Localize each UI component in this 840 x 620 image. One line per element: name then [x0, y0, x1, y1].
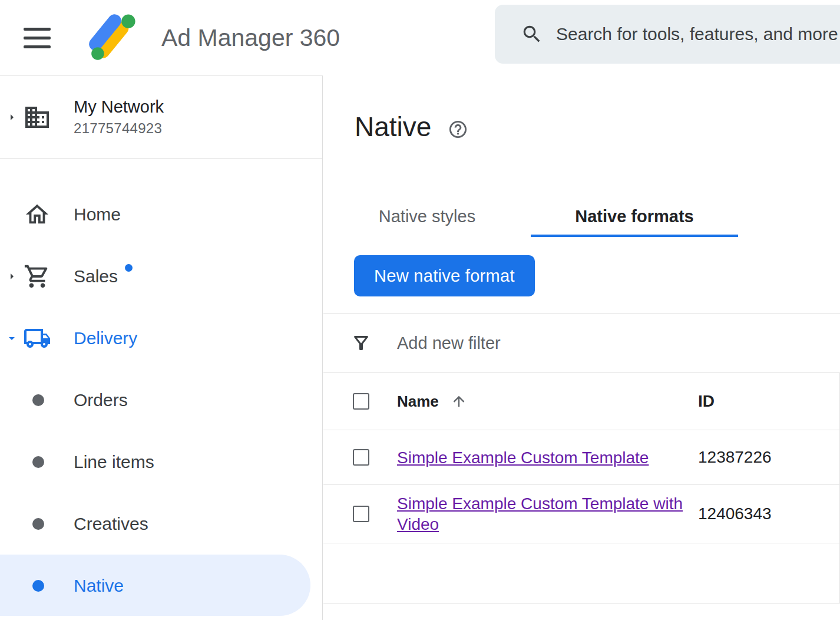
new-native-format-button[interactable]: New native format: [354, 255, 535, 296]
network-name: My Network: [74, 97, 164, 117]
select-all-checkbox[interactable]: [353, 393, 369, 410]
truck-icon: [22, 324, 52, 352]
network-id: 21775744923: [74, 120, 164, 137]
bullet-icon: [32, 456, 44, 468]
main-content: Native Native styles Native formats New …: [323, 75, 840, 620]
ad-manager-logo-icon: [87, 12, 138, 63]
format-link[interactable]: Simple Example Custom Template: [397, 448, 649, 467]
search-icon: [521, 23, 543, 45]
tab-bar: Native styles Native formats: [323, 206, 738, 237]
sidebar-nav: Home Sales Delivery Orders: [0, 183, 322, 616]
expand-down-icon: [5, 329, 19, 347]
sort-ascending-icon: [451, 393, 467, 410]
notification-dot: [125, 264, 133, 272]
table-row: Simple Example Custom Template 12387226: [323, 430, 839, 485]
network-info: My Network 21775744923: [74, 97, 164, 137]
bullet-icon: [32, 580, 44, 592]
row-checkbox[interactable]: [353, 506, 369, 522]
sidebar-item-sales[interactable]: Sales: [0, 245, 322, 307]
table-row: Simple Example Custom Template with Vide…: [323, 485, 839, 543]
expand-right-icon: [5, 268, 19, 285]
help-icon[interactable]: [448, 119, 468, 140]
sidebar-item-delivery[interactable]: Delivery: [0, 307, 322, 369]
tab-native-formats[interactable]: Native formats: [531, 206, 738, 237]
search-placeholder: Search for tools, features, and more: [556, 24, 838, 44]
bullet-icon: [32, 518, 44, 530]
filter-funnel-icon: [350, 332, 372, 354]
sidebar-item-label: Sales: [74, 266, 118, 286]
add-filter-bar[interactable]: Add new filter: [323, 313, 840, 373]
cart-icon: [22, 263, 52, 290]
sidebar-item-label: Native: [74, 576, 124, 596]
format-id: 12387226: [698, 448, 772, 467]
add-filter-label: Add new filter: [397, 334, 501, 353]
network-building-icon: [22, 103, 52, 131]
app-title: Ad Manager 360: [161, 24, 340, 52]
sidebar-item-label: Creatives: [74, 514, 148, 534]
network-selector[interactable]: My Network 21775744923: [0, 76, 322, 159]
page-header: Native: [355, 111, 468, 143]
active-tab-underline: [531, 235, 738, 237]
sidebar-item-home[interactable]: Home: [0, 183, 322, 245]
sidebar-item-label: Delivery: [74, 328, 137, 348]
sidebar-item-label: Line items: [74, 452, 154, 472]
menu-icon[interactable]: [24, 28, 51, 48]
native-formats-table: Name ID Simple Example Custom Template 1…: [323, 373, 840, 603]
sidebar-item-label: Home: [74, 205, 121, 225]
sidebar-item-label: Orders: [74, 390, 128, 410]
tab-label: Native styles: [379, 207, 475, 226]
page-title: Native: [355, 111, 431, 143]
sidebar-item-native[interactable]: Native: [0, 555, 322, 616]
sidebar-item-creatives[interactable]: Creatives: [0, 493, 322, 555]
sidebar-item-line-items[interactable]: Line items: [0, 431, 322, 493]
name-column-header[interactable]: Name: [397, 393, 698, 411]
expand-right-icon: [5, 108, 19, 126]
sidebar-item-orders[interactable]: Orders: [0, 369, 322, 431]
home-icon: [22, 201, 52, 228]
table-header-row: Name ID: [323, 373, 839, 430]
format-link[interactable]: Simple Example Custom Template with Vide…: [397, 494, 683, 533]
bullet-icon: [32, 394, 44, 406]
id-column-header[interactable]: ID: [698, 392, 715, 411]
table-empty-space: [323, 543, 839, 603]
top-bar: Ad Manager 360 Search for tools, feature…: [0, 0, 840, 75]
row-checkbox[interactable]: [353, 449, 369, 466]
sidebar: My Network 21775744923 Home Sales: [0, 75, 323, 620]
format-id: 12406343: [698, 504, 772, 523]
tab-native-styles[interactable]: Native styles: [323, 206, 531, 237]
search-input[interactable]: Search for tools, features, and more: [495, 5, 840, 64]
tab-label: Native formats: [575, 207, 693, 226]
